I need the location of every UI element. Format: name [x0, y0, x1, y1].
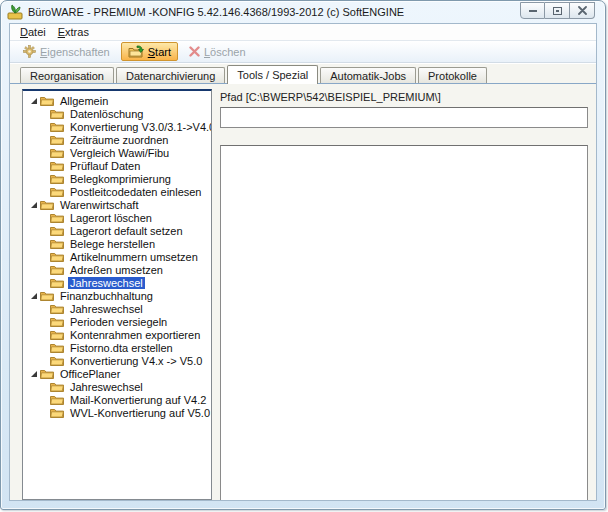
tree-item-perioden-versiegeln[interactable]: Perioden versiegeln	[23, 315, 211, 328]
folder-icon	[50, 355, 64, 366]
tree-item-belegkomprimierung[interactable]: Belegkomprimierung	[23, 172, 211, 185]
window-title: BüroWARE - PREMIUM -KONFIG 5.42.146.4368…	[28, 6, 404, 18]
folder-icon	[50, 381, 64, 392]
path-input[interactable]	[220, 107, 588, 128]
folder-icon	[40, 368, 54, 379]
properties-gear-icon	[23, 45, 36, 58]
application-window: BüroWARE - PREMIUM -KONFIG 5.42.146.4368…	[0, 0, 606, 510]
folder-icon	[50, 407, 64, 418]
task-tree: AllgemeinDatenlöschungKonvertierung V3.0…	[22, 89, 212, 500]
maximize-icon	[553, 7, 562, 15]
tree-item-wvl-konvertierung-auf-v5-0[interactable]: WVL-Konvertierung auf V5.0	[23, 406, 211, 419]
path-label: Pfad [C:\BWERP\542\BEISPIEL_PREMIUM\]	[220, 91, 441, 103]
folder-icon	[50, 277, 64, 288]
tree-item-label: Kontenrahmen exportieren	[68, 329, 202, 341]
tree-item-label: Adreßen umsetzen	[68, 264, 165, 276]
tree-item-label: Lagerort default setzen	[68, 225, 185, 237]
minimize-button[interactable]	[520, 2, 545, 19]
screen: BüroWARE - PREMIUM -KONFIG 5.42.146.4368…	[0, 0, 608, 512]
delete-x-icon	[189, 46, 200, 57]
menu-item-extras[interactable]: Extras	[52, 25, 95, 39]
tree-group-allgemein[interactable]: Allgemein	[23, 94, 211, 107]
folder-icon	[50, 173, 64, 184]
folder-icon	[50, 134, 64, 145]
tree-item-fistorno-dta-erstellen[interactable]: Fistorno.dta erstellen	[23, 341, 211, 354]
folder-icon	[50, 238, 64, 249]
start-button[interactable]: Start	[121, 42, 178, 61]
tree-item-datenlöschung[interactable]: Datenlöschung	[23, 107, 211, 120]
tree-item-jahreswechsel[interactable]: Jahreswechsel	[23, 276, 211, 289]
tree-item-label: Belegkomprimierung	[68, 173, 173, 185]
folder-icon	[50, 186, 64, 197]
expander-expanded-icon[interactable]	[28, 291, 38, 300]
tree-item-label: Belege herstellen	[68, 238, 157, 250]
tree-item-konvertierung-v3-0-3-1-v4-0[interactable]: Konvertierung V3.0/3.1->V4.0	[23, 120, 211, 133]
minimize-icon	[529, 10, 537, 12]
menu-item-datei[interactable]: Datei	[14, 25, 52, 39]
tree-item-kontenrahmen-exportieren[interactable]: Kontenrahmen exportieren	[23, 328, 211, 341]
tab-protokolle[interactable]: Protokolle	[418, 67, 487, 83]
tree-item-label: Konvertierung V3.0/3.1->V4.0	[68, 121, 212, 133]
tab-tools-spezial[interactable]: Tools / Spezial	[227, 65, 318, 84]
tree-group-officeplaner[interactable]: OfficePlaner	[23, 367, 211, 380]
folder-icon	[50, 160, 64, 171]
titlebar[interactable]: BüroWARE - PREMIUM -KONFIG 5.42.146.4368…	[1, 1, 605, 23]
toolbar-button-label: Löschen	[204, 46, 246, 58]
folder-icon	[50, 121, 64, 132]
folder-icon	[50, 316, 64, 327]
tree-item-label: Lagerort löschen	[68, 212, 154, 224]
tab-reorganisation[interactable]: Reorganisation	[20, 67, 114, 83]
tree-item-adreßen-umsetzen[interactable]: Adreßen umsetzen	[23, 263, 211, 276]
expander-expanded-icon[interactable]	[28, 200, 38, 209]
eigenschaften-button[interactable]: Eigenschaften	[16, 42, 117, 61]
tree-item-label: Vergleich Wawi/Fibu	[68, 147, 171, 159]
folder-icon	[50, 251, 64, 262]
tab-automatik-jobs[interactable]: Automatik-Jobs	[320, 67, 416, 83]
maximize-button[interactable]	[545, 2, 570, 19]
output-panel	[220, 145, 588, 501]
l-schen-button[interactable]: Löschen	[182, 43, 253, 61]
app-icon	[7, 4, 23, 20]
tree-item-konvertierung-v4-x-v5-0[interactable]: Konvertierung V4.x -> V5.0	[23, 354, 211, 367]
tree-group-finanzbuchhaltung[interactable]: Finanzbuchhaltung	[23, 289, 211, 302]
folder-icon	[50, 329, 64, 340]
tree-item-label: Prüflauf Daten	[68, 160, 142, 172]
tree-group-warenwirtschaft[interactable]: Warenwirtschaft	[23, 198, 211, 211]
tree-item-artikelnummern-umsetzen[interactable]: Artikelnummern umsetzen	[23, 250, 211, 263]
expander-expanded-icon[interactable]	[28, 96, 38, 105]
tree-item-belege-herstellen[interactable]: Belege herstellen	[23, 237, 211, 250]
tree-item-zeiträume-zuordnen[interactable]: Zeiträume zuordnen	[23, 133, 211, 146]
tree-group-label: Finanzbuchhaltung	[58, 290, 155, 302]
tree-item-mail-konvertierung-auf-v4-2[interactable]: Mail-Konvertierung auf V4.2	[23, 393, 211, 406]
tree-item-label: Zeiträume zuordnen	[68, 134, 170, 146]
folder-icon	[50, 225, 64, 236]
tab-content-area: ReorganisationDatenarchivierungTools / S…	[10, 64, 596, 500]
tab-datenarchivierung[interactable]: Datenarchivierung	[116, 67, 225, 83]
folder-icon	[50, 264, 64, 275]
tree-item-postleitcodedaten-einlesen[interactable]: Postleitcodedaten einlesen	[23, 185, 211, 198]
close-button[interactable]	[570, 2, 595, 19]
tree-item-lagerort-default-setzen[interactable]: Lagerort default setzen	[23, 224, 211, 237]
expander-expanded-icon[interactable]	[28, 369, 38, 378]
tree-item-label: Jahreswechsel	[68, 381, 145, 393]
tree-item-label: Jahreswechsel	[68, 277, 145, 289]
tree-item-jahreswechsel[interactable]: Jahreswechsel	[23, 302, 211, 315]
tree-group-label: Warenwirtschaft	[58, 199, 140, 211]
folder-icon	[50, 303, 64, 314]
folder-icon	[50, 342, 64, 353]
tree-item-label: Jahreswechsel	[68, 303, 145, 315]
tree-item-label: Fistorno.dta erstellen	[68, 342, 175, 354]
folder-icon	[40, 199, 54, 210]
toolbar-button-label: Eigenschaften	[40, 46, 110, 58]
tree-item-label: Artikelnummern umsetzen	[68, 251, 200, 263]
folder-icon	[40, 290, 54, 301]
close-icon	[578, 6, 587, 15]
tree-item-jahreswechsel[interactable]: Jahreswechsel	[23, 380, 211, 393]
tree-item-prüflauf-daten[interactable]: Prüflauf Daten	[23, 159, 211, 172]
toolbar-button-label: Start	[148, 46, 171, 58]
tree-item-lagerort-löschen[interactable]: Lagerort löschen	[23, 211, 211, 224]
tree-group-label: OfficePlaner	[58, 368, 122, 380]
start-run-icon	[128, 45, 144, 58]
folder-icon	[50, 394, 64, 405]
tree-item-vergleich-wawi-fibu[interactable]: Vergleich Wawi/Fibu	[23, 146, 211, 159]
